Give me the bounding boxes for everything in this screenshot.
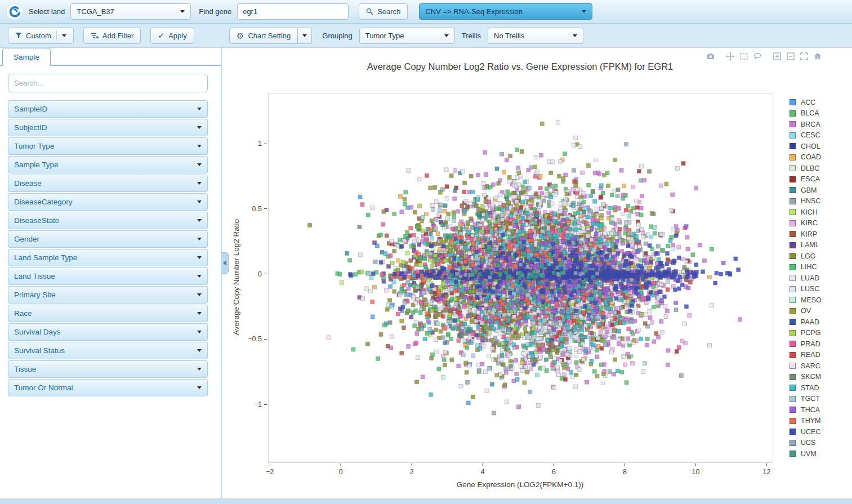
legend-item-hnsc[interactable]: HNSC [789, 196, 822, 207]
legend-item-stad[interactable]: STAD [789, 382, 822, 394]
chart-setting-menu-button[interactable] [297, 28, 312, 44]
chevron-down-icon [582, 10, 586, 13]
legend-item-prad[interactable]: PRAD [789, 338, 822, 350]
y-axis-ticks: −1−0.500.51 [222, 93, 267, 462]
legend-item-skcm[interactable]: SKCM [789, 372, 822, 383]
zoom-out-icon[interactable] [784, 51, 797, 62]
legend-label: PRAD [801, 340, 820, 348]
legend-label: TGCT [801, 395, 820, 403]
sidebar-search-input[interactable] [8, 74, 208, 92]
custom-filter-button[interactable]: Custom [8, 28, 74, 44]
chevron-down-icon [197, 182, 202, 185]
grouping-select[interactable]: Tumor Type [359, 28, 455, 44]
legend-item-ucec[interactable]: UCEC [789, 426, 822, 438]
legend-item-read[interactable]: READ [789, 350, 822, 361]
legend-item-chol[interactable]: CHOL [789, 141, 822, 152]
legend-item-ucs[interactable]: UCS [789, 438, 822, 449]
sidebar-item-survival-status[interactable]: Survival Status [8, 342, 208, 359]
sidebar-item-survival-days[interactable]: Survival Days [8, 323, 208, 341]
sidebar-item-race[interactable]: Race [8, 305, 208, 322]
filter-funnel-icon [15, 32, 22, 39]
legend-label: CHOL [801, 142, 820, 150]
gene-input[interactable] [237, 3, 349, 20]
legend-label: DLBC [801, 164, 819, 172]
legend-item-coad[interactable]: COAD [789, 152, 822, 163]
legend-item-cesc[interactable]: CESC [789, 130, 822, 141]
sidebar-item-label: Sample Type [14, 160, 197, 169]
chevron-down-icon [197, 126, 202, 129]
tab-sample-label: Sample [14, 53, 39, 61]
sidebar-item-subjectid[interactable]: SubjectID [8, 119, 208, 136]
legend-swatch [789, 418, 796, 424]
add-filter-button[interactable]: Add Filter [83, 28, 141, 44]
legend-item-tgct[interactable]: TGCT [789, 394, 822, 405]
x-tick: 6 [552, 463, 556, 476]
legend-item-paad[interactable]: PAAD [789, 316, 822, 328]
sidebar-item-disease[interactable]: Disease [8, 175, 208, 192]
legend-item-dlbc[interactable]: DLBC [789, 163, 822, 174]
reset-axes-home-icon[interactable] [811, 51, 824, 62]
legend-label: KIRP [801, 230, 817, 238]
legend-item-lgg[interactable]: LGG [789, 251, 822, 262]
camera-icon[interactable] [704, 51, 717, 62]
sidebar-collapse-handle[interactable] [221, 252, 229, 274]
pan-icon[interactable] [724, 51, 737, 62]
sidebar-item-land-tissue[interactable]: Land Tissue [8, 267, 208, 285]
zoom-in-icon[interactable] [771, 51, 783, 62]
autoscale-icon[interactable] [798, 51, 810, 62]
chart-setting-button[interactable]: ⚙ Chart Setting [229, 28, 298, 44]
trellis-select[interactable]: No Trellis [488, 28, 583, 44]
sidebar-item-tumor-or-normal[interactable]: Tumor Or Normal [8, 379, 208, 396]
legend-item-luad[interactable]: LUAD [789, 273, 822, 284]
sidebar-item-land-sample-type[interactable]: Land Sample Type [8, 249, 208, 266]
legend-swatch [789, 275, 796, 281]
legend-item-acc[interactable]: ACC [789, 97, 822, 108]
legend-item-laml[interactable]: LAML [789, 240, 822, 251]
legend-item-uvm[interactable]: UVM [789, 448, 822, 460]
search-button[interactable]: Search [359, 3, 408, 20]
sidebar-item-primary-site[interactable]: Primary Site [8, 286, 208, 304]
legend-item-kirc[interactable]: KIRC [789, 218, 822, 229]
sidebar-item-tumor-type[interactable]: Tumor Type [8, 137, 208, 155]
legend-swatch [789, 242, 796, 248]
legend-item-gbm[interactable]: GBM [789, 185, 822, 196]
legend: ACCBLCABRCACESCCHOLCOADDLBCESCAGBMHNSCKI… [789, 97, 822, 460]
legend-item-meso[interactable]: MESO [789, 295, 822, 306]
chevron-down-icon [197, 163, 202, 166]
sidebar-item-label: DiseaseCategory [14, 198, 197, 206]
chart-title: Average Copy Number Log2 Ratio vs. Gene … [268, 61, 772, 72]
legend-item-brca[interactable]: BRCA [789, 119, 822, 130]
legend-label: OV [801, 307, 811, 315]
chevron-down-icon [197, 145, 202, 148]
legend-item-thca[interactable]: THCA [789, 404, 822, 416]
plot-canvas[interactable] [269, 93, 773, 462]
y-tick: −0.5 [248, 335, 267, 343]
trellis-label: Trellis [462, 32, 481, 40]
legend-label: LIHC [801, 263, 817, 271]
legend-item-thym[interactable]: THYM [789, 416, 822, 427]
legend-item-esca[interactable]: ESCA [789, 174, 822, 185]
legend-swatch [789, 187, 796, 193]
sidebar-item-diseasestate[interactable]: DiseaseState [8, 212, 208, 229]
legend-item-blca[interactable]: BLCA [789, 108, 822, 119]
analysis-mode-select[interactable]: CNV => RNA-Seq Expression [419, 3, 592, 20]
legend-item-ov[interactable]: OV [789, 306, 822, 317]
sidebar-item-tissue[interactable]: Tissue [8, 360, 208, 378]
box-select-icon[interactable] [738, 51, 750, 62]
sidebar-item-sampleid[interactable]: SampleID [8, 100, 208, 118]
sample-sidebar: Sample SampleIDSubjectIDTumor TypeSample… [0, 48, 221, 498]
sidebar-item-sample-type[interactable]: Sample Type [8, 156, 208, 173]
legend-item-kich[interactable]: KICH [789, 207, 822, 218]
legend-item-pcpg[interactable]: PCPG [789, 328, 822, 339]
apply-button[interactable]: ✓ Apply [150, 28, 194, 44]
legend-item-lusc[interactable]: LUSC [789, 284, 822, 295]
legend-item-kirp[interactable]: KIRP [789, 229, 822, 240]
sidebar-item-diseasecategory[interactable]: DiseaseCategory [8, 193, 208, 211]
sidebar-item-gender[interactable]: Gender [8, 230, 208, 248]
tab-sample[interactable]: Sample [2, 48, 51, 66]
legend-item-lihc[interactable]: LIHC [789, 262, 822, 273]
lasso-select-icon[interactable] [751, 51, 764, 62]
find-gene-label: Find gene [199, 7, 231, 16]
legend-item-sarc[interactable]: SARC [789, 360, 822, 372]
land-select[interactable]: TCGA_B37 [70, 3, 191, 20]
